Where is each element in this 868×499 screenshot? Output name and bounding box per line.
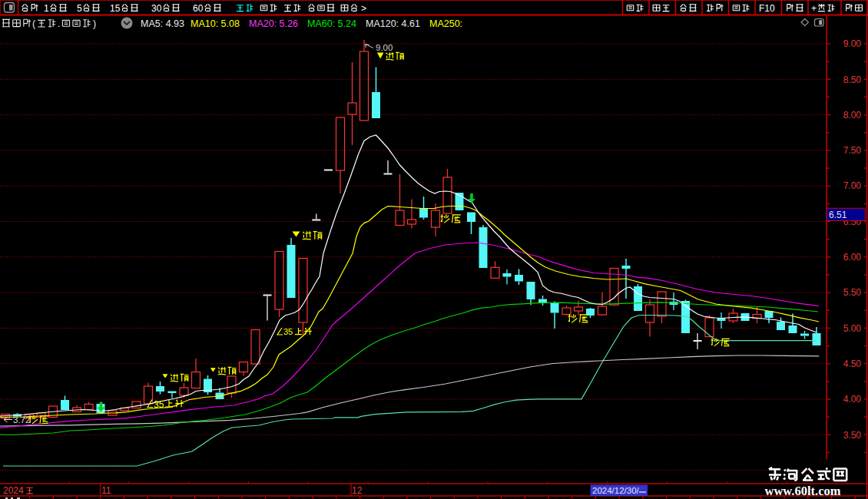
svg-text:F10: F10 [759,3,775,14]
svg-text:35: 35 [154,399,164,410]
svg-text:9.00: 9.00 [376,43,393,52]
svg-text:2024: 2024 [3,485,24,496]
svg-text:7.50: 7.50 [843,145,862,156]
svg-text:MA10: 5.08: MA10: 5.08 [190,18,240,29]
svg-text:6.51: 6.51 [829,210,847,220]
svg-text:11: 11 [101,485,111,496]
svg-text:60: 60 [193,3,204,14]
svg-text:9.00: 9.00 [843,38,862,49]
svg-text:15: 15 [110,3,121,14]
svg-text:35: 35 [283,327,293,336]
svg-text:1: 1 [44,3,49,14]
svg-text:7.00: 7.00 [843,180,862,191]
svg-text:.: . [58,18,60,29]
svg-text:MA5: 4.93: MA5: 4.93 [141,18,184,29]
svg-text:>: > [361,3,366,14]
svg-text:3.50: 3.50 [843,430,862,441]
svg-text:5.00: 5.00 [843,323,862,334]
svg-text:2024/12/30/: 2024/12/30/ [592,486,640,495]
svg-text:5: 5 [77,3,82,14]
svg-text:MA120: 4.61: MA120: 4.61 [366,18,420,29]
svg-text:30: 30 [151,3,162,14]
svg-text:12: 12 [352,485,363,496]
svg-text:6.00: 6.00 [843,252,862,263]
svg-text:3.72: 3.72 [13,415,30,425]
svg-text:www.60lt.com: www.60lt.com [765,484,841,498]
svg-text:+: + [811,3,817,14]
svg-text:MA60: 5.24: MA60: 5.24 [307,18,356,29]
svg-text:8.50: 8.50 [843,74,862,85]
svg-text:4.50: 4.50 [843,359,862,369]
svg-text:4.00: 4.00 [843,394,862,405]
svg-text:5.50: 5.50 [843,287,862,298]
svg-text:MA250:: MA250: [429,18,462,29]
svg-text:): ) [93,18,96,29]
svg-text:8.00: 8.00 [843,110,862,121]
svg-text:MA20: 5.26: MA20: 5.26 [249,18,298,29]
